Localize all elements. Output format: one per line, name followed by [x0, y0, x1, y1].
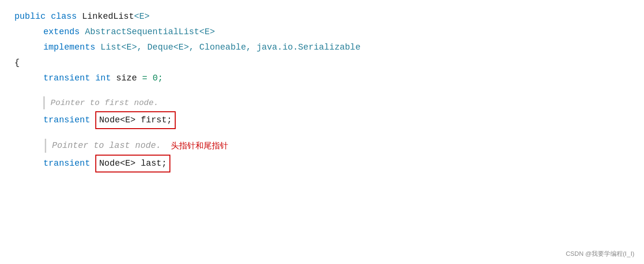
classname: LinkedList — [82, 10, 134, 24]
space5 — [90, 71, 95, 85]
space8 — [90, 113, 95, 127]
space6 — [111, 71, 116, 85]
interfaces: List<E>, Deque<E>, Cloneable, java.io.Se… — [101, 40, 361, 54]
generic1: <E> — [134, 10, 149, 24]
keyword-extends: extends — [43, 25, 80, 39]
space7 — [137, 71, 142, 85]
watermark: CSDN @我要学编程(Ⅰ_Ⅰ) — [566, 250, 634, 258]
space4 — [95, 40, 101, 54]
keyword-transient-1: transient — [43, 71, 90, 85]
space9 — [90, 157, 95, 171]
code-line-2: extends AbstractSequentialList <E> — [14, 25, 630, 40]
assign-value: = 0; — [142, 71, 163, 85]
code-line-6: transient Node<E> first; — [14, 111, 630, 129]
parent-class: AbstractSequentialList — [85, 25, 199, 39]
code-line-1: public class LinkedList <E> — [14, 10, 630, 25]
comment-last-node: Pointer to last node. — [45, 139, 161, 153]
space1 — [46, 10, 51, 24]
code-line-4: { — [14, 56, 630, 71]
var-size: size — [116, 71, 137, 85]
space2 — [77, 10, 82, 24]
comment-last-node-row: Pointer to last node. 头指针和尾指针 — [45, 139, 630, 153]
keyword-transient-2: transient — [43, 113, 90, 127]
keyword-transient-3: transient — [43, 157, 90, 171]
keyword-class: class — [51, 10, 77, 24]
keyword-int: int — [95, 71, 111, 85]
space3 — [80, 25, 85, 39]
annotation-text: 头指针和尾指针 — [171, 139, 228, 152]
generic2: <E> — [199, 25, 215, 39]
code-line-7: transient Node<E> last; — [14, 155, 630, 172]
comment-first-node: Pointer to first node. — [43, 96, 630, 109]
keyword-implements: implements — [43, 40, 95, 54]
code-line-3: implements List<E>, Deque<E>, Cloneable,… — [14, 40, 630, 56]
code-viewer: public class LinkedList <E> extends Abst… — [0, 0, 644, 264]
last-node-highlighted: Node<E> last; — [95, 155, 170, 172]
comment-text-2: Pointer to last node. — [52, 141, 161, 150]
first-node-highlighted: Node<E> first; — [95, 111, 176, 129]
keyword-public: public — [14, 10, 46, 24]
comment-text-1: Pointer to first node. — [51, 98, 158, 107]
open-brace: { — [14, 56, 20, 70]
code-line-5: transient int size = 0; — [14, 71, 630, 87]
